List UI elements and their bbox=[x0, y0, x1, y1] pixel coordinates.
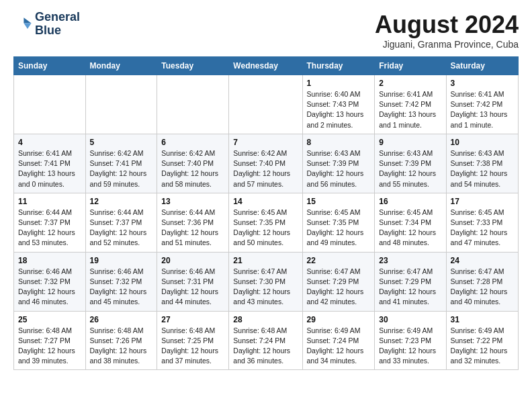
calendar-cell: 18Sunrise: 6:46 AMSunset: 7:32 PMDayligh… bbox=[14, 252, 86, 311]
calendar-cell: 17Sunrise: 6:45 AMSunset: 7:33 PMDayligh… bbox=[446, 193, 518, 252]
cell-info-text: Sunrise: 6:47 AMSunset: 7:28 PMDaylight:… bbox=[451, 267, 514, 308]
calendar-cell: 28Sunrise: 6:48 AMSunset: 7:24 PMDayligh… bbox=[229, 311, 302, 370]
calendar-cell: 1Sunrise: 6:40 AMSunset: 7:43 PMDaylight… bbox=[302, 75, 375, 134]
cell-day-number: 20 bbox=[161, 256, 224, 265]
cell-day-number: 7 bbox=[233, 138, 298, 147]
calendar-cell: 9Sunrise: 6:43 AMSunset: 7:39 PMDaylight… bbox=[375, 134, 446, 193]
calendar-cell: 2Sunrise: 6:41 AMSunset: 7:42 PMDaylight… bbox=[375, 75, 446, 134]
calendar-cell: 5Sunrise: 6:42 AMSunset: 7:41 PMDaylight… bbox=[85, 134, 157, 193]
calendar-cell: 3Sunrise: 6:41 AMSunset: 7:42 PMDaylight… bbox=[446, 75, 518, 134]
cell-day-number: 5 bbox=[90, 138, 153, 147]
calendar-table: SundayMondayTuesdayWednesdayThursdayFrid… bbox=[13, 56, 519, 370]
calendar-cell: 13Sunrise: 6:44 AMSunset: 7:36 PMDayligh… bbox=[157, 193, 229, 252]
calendar-row: 11Sunrise: 6:44 AMSunset: 7:37 PMDayligh… bbox=[14, 193, 519, 252]
cell-info-text: Sunrise: 6:43 AMSunset: 7:39 PMDaylight:… bbox=[379, 148, 441, 189]
calendar-cell: 27Sunrise: 6:48 AMSunset: 7:25 PMDayligh… bbox=[157, 311, 229, 370]
cell-info-text: Sunrise: 6:43 AMSunset: 7:38 PMDaylight:… bbox=[451, 148, 514, 189]
calendar-cell: 15Sunrise: 6:45 AMSunset: 7:35 PMDayligh… bbox=[302, 193, 375, 252]
cell-info-text: Sunrise: 6:44 AMSunset: 7:36 PMDaylight:… bbox=[161, 208, 224, 248]
cell-info-text: Sunrise: 6:48 AMSunset: 7:26 PMDaylight:… bbox=[90, 326, 153, 367]
logo-line2: Blue bbox=[35, 24, 80, 38]
cell-info-text: Sunrise: 6:42 AMSunset: 7:41 PMDaylight:… bbox=[90, 148, 153, 189]
weekday-header: Saturday bbox=[446, 57, 518, 75]
cell-info-text: Sunrise: 6:45 AMSunset: 7:35 PMDaylight:… bbox=[233, 208, 298, 248]
calendar-row: 1Sunrise: 6:40 AMSunset: 7:43 PMDaylight… bbox=[14, 75, 519, 134]
cell-info-text: Sunrise: 6:42 AMSunset: 7:40 PMDaylight:… bbox=[161, 148, 224, 189]
cell-info-text: Sunrise: 6:47 AMSunset: 7:29 PMDaylight:… bbox=[307, 267, 371, 308]
weekday-header: Tuesday bbox=[157, 57, 229, 75]
cell-day-number: 25 bbox=[18, 315, 81, 324]
cell-info-text: Sunrise: 6:48 AMSunset: 7:25 PMDaylight:… bbox=[161, 326, 224, 367]
calendar-cell: 22Sunrise: 6:47 AMSunset: 7:29 PMDayligh… bbox=[302, 252, 375, 311]
weekday-header-row: SundayMondayTuesdayWednesdayThursdayFrid… bbox=[14, 57, 519, 75]
cell-day-number: 12 bbox=[90, 197, 153, 206]
cell-info-text: Sunrise: 6:48 AMSunset: 7:24 PMDaylight:… bbox=[233, 326, 298, 367]
calendar-cell: 10Sunrise: 6:43 AMSunset: 7:38 PMDayligh… bbox=[446, 134, 518, 193]
main-title: August 2024 bbox=[375, 11, 519, 39]
calendar-cell: 16Sunrise: 6:45 AMSunset: 7:34 PMDayligh… bbox=[375, 193, 446, 252]
calendar-cell: 12Sunrise: 6:44 AMSunset: 7:37 PMDayligh… bbox=[85, 193, 157, 252]
calendar-cell: 11Sunrise: 6:44 AMSunset: 7:37 PMDayligh… bbox=[14, 193, 86, 252]
cell-info-text: Sunrise: 6:49 AMSunset: 7:24 PMDaylight:… bbox=[307, 326, 371, 367]
cell-day-number: 8 bbox=[307, 138, 371, 147]
cell-info-text: Sunrise: 6:48 AMSunset: 7:27 PMDaylight:… bbox=[18, 326, 81, 367]
calendar-row: 25Sunrise: 6:48 AMSunset: 7:27 PMDayligh… bbox=[14, 311, 519, 370]
cell-day-number: 27 bbox=[161, 315, 224, 324]
calendar-row: 4Sunrise: 6:41 AMSunset: 7:41 PMDaylight… bbox=[14, 134, 519, 193]
cell-day-number: 22 bbox=[307, 256, 371, 265]
cell-info-text: Sunrise: 6:41 AMSunset: 7:41 PMDaylight:… bbox=[18, 148, 81, 189]
weekday-header: Sunday bbox=[14, 57, 86, 75]
cell-info-text: Sunrise: 6:45 AMSunset: 7:34 PMDaylight:… bbox=[379, 208, 441, 248]
calendar-body: 1Sunrise: 6:40 AMSunset: 7:43 PMDaylight… bbox=[14, 75, 519, 370]
cell-day-number: 23 bbox=[379, 256, 441, 265]
cell-info-text: Sunrise: 6:47 AMSunset: 7:30 PMDaylight:… bbox=[233, 267, 298, 308]
logo-line1: General bbox=[35, 11, 80, 24]
logo-icon bbox=[13, 15, 32, 34]
cell-day-number: 11 bbox=[18, 197, 81, 206]
cell-day-number: 19 bbox=[90, 256, 153, 265]
weekday-header: Thursday bbox=[302, 57, 375, 75]
logo-text: General Blue bbox=[35, 11, 80, 38]
calendar-cell: 23Sunrise: 6:47 AMSunset: 7:29 PMDayligh… bbox=[375, 252, 446, 311]
title-area: August 2024 Jiguani, Granma Province, Cu… bbox=[375, 11, 519, 50]
cell-day-number: 4 bbox=[18, 138, 81, 147]
calendar-cell: 26Sunrise: 6:48 AMSunset: 7:26 PMDayligh… bbox=[85, 311, 157, 370]
cell-day-number: 9 bbox=[379, 138, 441, 147]
cell-day-number: 30 bbox=[379, 315, 441, 324]
calendar-cell: 21Sunrise: 6:47 AMSunset: 7:30 PMDayligh… bbox=[229, 252, 302, 311]
cell-info-text: Sunrise: 6:49 AMSunset: 7:22 PMDaylight:… bbox=[451, 326, 514, 367]
cell-info-text: Sunrise: 6:42 AMSunset: 7:40 PMDaylight:… bbox=[233, 148, 298, 189]
cell-info-text: Sunrise: 6:46 AMSunset: 7:32 PMDaylight:… bbox=[18, 267, 81, 308]
cell-day-number: 18 bbox=[18, 256, 81, 265]
cell-info-text: Sunrise: 6:45 AMSunset: 7:35 PMDaylight:… bbox=[307, 208, 371, 248]
calendar-cell: 30Sunrise: 6:49 AMSunset: 7:23 PMDayligh… bbox=[375, 311, 446, 370]
calendar-cell bbox=[229, 75, 302, 134]
cell-info-text: Sunrise: 6:41 AMSunset: 7:42 PMDaylight:… bbox=[451, 89, 514, 130]
calendar-row: 18Sunrise: 6:46 AMSunset: 7:32 PMDayligh… bbox=[14, 252, 519, 311]
calendar-cell bbox=[157, 75, 229, 134]
cell-info-text: Sunrise: 6:41 AMSunset: 7:42 PMDaylight:… bbox=[379, 89, 441, 130]
calendar-cell bbox=[85, 75, 157, 134]
calendar-cell: 20Sunrise: 6:46 AMSunset: 7:31 PMDayligh… bbox=[157, 252, 229, 311]
cell-info-text: Sunrise: 6:46 AMSunset: 7:32 PMDaylight:… bbox=[90, 267, 153, 308]
weekday-header: Monday bbox=[85, 57, 157, 75]
calendar-header: SundayMondayTuesdayWednesdayThursdayFrid… bbox=[14, 57, 519, 75]
cell-day-number: 14 bbox=[233, 197, 298, 206]
page: General Blue August 2024 Jiguani, Granma… bbox=[0, 0, 532, 383]
calendar-cell: 29Sunrise: 6:49 AMSunset: 7:24 PMDayligh… bbox=[302, 311, 375, 370]
cell-info-text: Sunrise: 6:45 AMSunset: 7:33 PMDaylight:… bbox=[451, 208, 514, 248]
cell-info-text: Sunrise: 6:40 AMSunset: 7:43 PMDaylight:… bbox=[307, 89, 371, 130]
cell-info-text: Sunrise: 6:49 AMSunset: 7:23 PMDaylight:… bbox=[379, 326, 441, 367]
cell-day-number: 13 bbox=[161, 197, 224, 206]
cell-day-number: 21 bbox=[233, 256, 298, 265]
weekday-header: Friday bbox=[375, 57, 446, 75]
calendar-cell: 25Sunrise: 6:48 AMSunset: 7:27 PMDayligh… bbox=[14, 311, 86, 370]
cell-info-text: Sunrise: 6:47 AMSunset: 7:29 PMDaylight:… bbox=[379, 267, 441, 308]
weekday-header: Wednesday bbox=[229, 57, 302, 75]
cell-info-text: Sunrise: 6:46 AMSunset: 7:31 PMDaylight:… bbox=[161, 267, 224, 308]
cell-day-number: 6 bbox=[161, 138, 224, 147]
cell-day-number: 17 bbox=[451, 197, 514, 206]
cell-info-text: Sunrise: 6:44 AMSunset: 7:37 PMDaylight:… bbox=[90, 208, 153, 248]
calendar-cell bbox=[14, 75, 86, 134]
cell-day-number: 3 bbox=[451, 79, 514, 88]
